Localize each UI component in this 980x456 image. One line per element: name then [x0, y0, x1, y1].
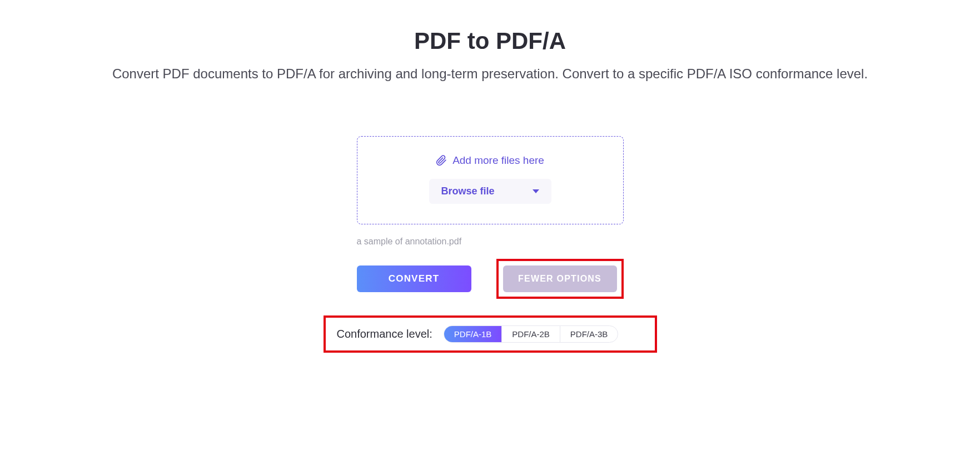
page-title: PDF to PDF/A: [0, 28, 980, 54]
conformance-option-pdfa3b[interactable]: PDF/A-3B: [560, 326, 618, 342]
page-subtitle: Convert PDF documents to PDF/A for archi…: [73, 64, 907, 83]
conformance-label: Conformance level:: [337, 328, 432, 340]
browse-file-button[interactable]: Browse file: [429, 179, 551, 204]
paperclip-icon: [436, 155, 447, 166]
conformance-highlight: Conformance level: PDF/A-1B PDF/A-2B PDF…: [324, 315, 657, 353]
convert-button[interactable]: CONVERT: [357, 265, 471, 292]
fewer-options-button[interactable]: FEWER OPTIONS: [503, 265, 617, 292]
caret-down-icon: [533, 189, 539, 193]
conformance-option-pdfa2b[interactable]: PDF/A-2B: [502, 326, 560, 342]
uploaded-filename: a sample of annotation.pdf: [357, 237, 624, 247]
fewer-options-highlight: FEWER OPTIONS: [496, 259, 624, 299]
conformance-pill-group: PDF/A-1B PDF/A-2B PDF/A-3B: [444, 325, 619, 343]
add-files-row: Add more files here: [369, 154, 612, 167]
browse-file-label: Browse file: [441, 186, 495, 197]
add-files-label: Add more files here: [452, 154, 544, 167]
action-button-row: CONVERT FEWER OPTIONS: [357, 259, 624, 299]
conformance-option-pdfa1b[interactable]: PDF/A-1B: [444, 326, 503, 342]
upload-dropzone[interactable]: Add more files here Browse file: [357, 136, 624, 224]
